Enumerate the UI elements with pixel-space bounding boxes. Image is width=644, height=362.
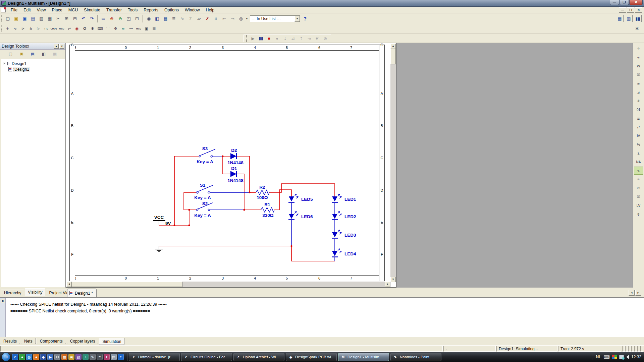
place-ni-component-icon[interactable]: NI [120, 25, 127, 33]
copy-icon[interactable]: ⊞ [63, 15, 70, 22]
spreadsheet-view-icon[interactable]: ▦ [162, 15, 169, 22]
capture-area-icon[interactable]: ⌗ [212, 15, 220, 22]
zoom-fit-icon[interactable]: ⊡ [133, 15, 141, 22]
spreadsheet-tab[interactable]: Simulation [99, 338, 124, 345]
record-icon[interactable]: ● [273, 35, 281, 42]
d1-value-label[interactable]: 1N4148 [227, 178, 244, 183]
minimize-button[interactable]: — [610, 0, 619, 5]
menu-item[interactable]: Help [203, 7, 218, 13]
new-icon[interactable]: ▢ [4, 15, 12, 22]
fullscreen-icon[interactable]: ▭ [100, 15, 107, 22]
led1-label[interactable]: LED1 [344, 197, 356, 202]
wires-blue[interactable] [210, 156, 335, 261]
mdi-restore-button[interactable]: ❐ [627, 7, 634, 13]
forward-annotate-icon[interactable]: ⇥ [229, 15, 236, 22]
scroll-right-button[interactable]: ► [385, 282, 390, 287]
undo-icon[interactable]: ↶ [79, 15, 87, 22]
ground-symbol[interactable] [155, 246, 163, 252]
simulation-log[interactable]: ------ Checking SPICE netlist for Design… [6, 298, 644, 337]
open-icon[interactable]: ▣ [12, 15, 20, 22]
vcc-label[interactable]: VCC [154, 215, 164, 220]
breakpoint-icon[interactable]: ☛ [313, 35, 321, 42]
tree-root-label[interactable]: Design1 [12, 61, 26, 66]
place-electromechanical-icon[interactable]: ⚙ [112, 25, 119, 33]
paint-quicklaunch-icon[interactable]: ✦ [104, 354, 110, 360]
s2-ref-label[interactable]: S2 [202, 201, 208, 206]
place-analog-icon[interactable]: ▷ [35, 25, 42, 33]
toolbar-grip[interactable] [246, 35, 248, 42]
panel-close-button[interactable]: x [59, 44, 64, 49]
toolbar-grip[interactable] [1, 25, 3, 32]
iv-analyzer-icon[interactable]: IV [634, 132, 643, 140]
messenger-quicklaunch-icon[interactable]: ● [19, 354, 25, 360]
diode-d2[interactable] [230, 153, 236, 159]
menu-item[interactable]: Edit [20, 7, 34, 13]
zoom-area-icon[interactable]: ◳ [125, 15, 132, 22]
spreadsheet-tab[interactable]: Copper layers [67, 338, 99, 344]
horizontal-scrollbar[interactable]: ◄ ► [66, 282, 390, 287]
led4-symbol[interactable] [332, 249, 341, 257]
step-over-icon[interactable]: ⇄ [289, 35, 297, 42]
security-quicklaunch-icon[interactable]: ◆ [40, 354, 46, 360]
find-icon[interactable]: ◎ [237, 15, 245, 22]
diode-d1[interactable] [230, 171, 236, 177]
function-generator-icon[interactable]: ∿ [634, 53, 643, 61]
vscroll-thumb[interactable] [390, 49, 396, 64]
led2-symbol[interactable] [332, 212, 341, 220]
tab-scroll-right-button[interactable]: ► [635, 290, 641, 296]
place-source-icon[interactable]: ⏚ [4, 25, 11, 33]
toggle-grid-icon[interactable]: ▥ [625, 15, 633, 22]
menu-item[interactable]: MCU [65, 7, 81, 13]
spreadsheet-tab[interactable]: Components [37, 338, 66, 344]
led3-symbol[interactable] [332, 230, 341, 238]
menu-item[interactable]: Transfer [103, 7, 125, 13]
tools-quicklaunch-icon[interactable]: ✎ [90, 354, 96, 360]
led1-symbol[interactable] [332, 194, 341, 202]
toolbox-extra-icon[interactable]: ▦ [51, 50, 59, 58]
spreadsheet-tab[interactable]: Nets [21, 338, 36, 344]
bode-plotter-icon[interactable]: ⊿ [634, 88, 643, 96]
paste-icon[interactable]: ⊟ [71, 15, 79, 22]
help-button[interactable]: ? [304, 16, 307, 21]
open-design-icon[interactable]: ▣ [18, 50, 25, 58]
tray-app-icon[interactable] [612, 355, 617, 359]
menu-item[interactable]: Simulate [81, 7, 103, 13]
clock[interactable]: 12:32 [631, 355, 641, 359]
led4-label[interactable]: LED4 [344, 251, 356, 256]
new-design-icon[interactable]: ▢ [7, 50, 14, 58]
notepad-quicklaunch-icon[interactable]: ▤ [111, 354, 117, 360]
menu-item[interactable]: Options [161, 7, 182, 13]
word-generator-icon[interactable]: 01 [634, 106, 643, 114]
mdi-close-button[interactable]: ✕ [635, 7, 642, 13]
zoom-out-icon[interactable]: ⊖ [116, 15, 124, 22]
led3-label[interactable]: LED3 [344, 233, 356, 238]
ie2-quicklaunch-icon[interactable]: e [118, 354, 124, 360]
taskbar-button[interactable]: M Design1 - Multisim ... [338, 353, 389, 361]
cut-icon[interactable]: ✂ [54, 15, 62, 22]
design-toolbox-icon[interactable]: ◧ [153, 15, 161, 22]
tree-expander-icon[interactable]: − [3, 62, 6, 65]
media-player-quicklaunch-icon[interactable]: ▶ [47, 354, 53, 360]
toggle-breadboard-icon[interactable]: ▦ [616, 15, 624, 22]
mdi-minimize-button[interactable]: — [619, 7, 626, 13]
resistor-r2[interactable] [256, 190, 269, 195]
taskbar-button[interactable]: e Circuits Online - For... [181, 353, 232, 361]
instruments-dropdown-arrow[interactable]: ▼ [245, 17, 249, 20]
place-connector-icon[interactable]: ⊶ [127, 25, 135, 33]
vcc-symbol[interactable] [153, 221, 165, 224]
spectrum-analyzer-icon[interactable]: Σ [634, 149, 643, 157]
close-button[interactable]: ✕ [629, 0, 643, 5]
tree-child-label[interactable]: Design1 [13, 67, 30, 72]
r1-value-label[interactable]: 330Ω [262, 213, 274, 218]
in-use-list-combo[interactable]: --- In Use List --- ▼ [250, 15, 300, 22]
place-power-icon[interactable]: ✪ [81, 25, 88, 33]
probe-icon[interactable]: ◉ [145, 15, 153, 22]
place-rf-icon[interactable]: ⌒ [104, 25, 111, 33]
led5-symbol[interactable] [288, 194, 298, 202]
open-samples-icon[interactable]: ▣ [21, 15, 29, 22]
place-ttl-icon[interactable]: TTL [43, 25, 50, 33]
network-analyzer-icon[interactable]: NA [634, 158, 643, 166]
close-design-icon[interactable]: ◧ [40, 50, 48, 58]
calc-quicklaunch-icon[interactable]: ≡ [97, 354, 103, 360]
menu-item[interactable]: View [34, 7, 49, 13]
